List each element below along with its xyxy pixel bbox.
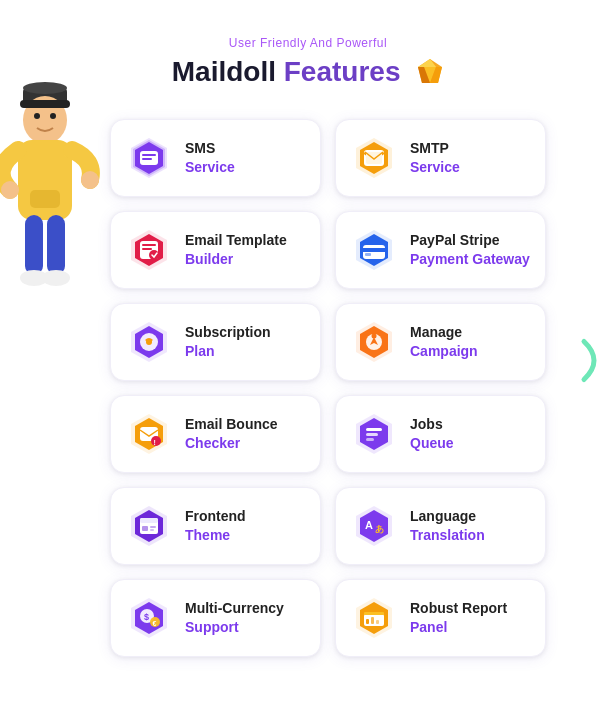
sms-service-name-colored: Service xyxy=(185,158,235,176)
header-subtitle: User Friendly And Powerful xyxy=(0,36,616,50)
email-bounce-checker-icon: ! xyxy=(125,410,173,458)
feature-card-jobs-queue[interactable]: Jobs Queue xyxy=(335,395,546,473)
right-arrow xyxy=(578,336,606,393)
feature-card-smtp-service[interactable]: SMTP Service xyxy=(335,119,546,197)
svg-rect-40 xyxy=(365,253,371,256)
jobs-queue-name-normal: Jobs xyxy=(410,415,454,433)
feature-card-language-translation[interactable]: A あ Language Translation xyxy=(335,487,546,565)
svg-rect-12 xyxy=(47,215,65,275)
multi-currency-support-icon: $ € xyxy=(125,594,173,642)
feature-card-multi-currency-support[interactable]: $ € Multi-Currency Support xyxy=(110,579,321,657)
jobs-queue-name-colored: Queue xyxy=(410,434,454,452)
frontend-theme-name-normal: Frontend xyxy=(185,507,246,525)
frontend-theme-text: Frontend Theme xyxy=(185,507,246,543)
language-translation-text: Language Translation xyxy=(410,507,485,543)
svg-rect-58 xyxy=(366,438,374,441)
svg-rect-57 xyxy=(366,433,378,436)
svg-text:!: ! xyxy=(154,438,156,445)
manage-campaign-text: Manage Campaign xyxy=(410,323,478,359)
smtp-service-icon xyxy=(350,134,398,182)
character-figure xyxy=(0,50,100,374)
smtp-service-text: SMTP Service xyxy=(410,139,460,175)
multi-currency-support-name-normal: Multi-Currency xyxy=(185,599,284,617)
sms-service-name-normal: SMS xyxy=(185,139,235,157)
svg-rect-25 xyxy=(142,158,152,160)
jobs-queue-icon xyxy=(350,410,398,458)
title-bold: Maildoll xyxy=(172,56,276,87)
svg-rect-8 xyxy=(30,190,60,208)
svg-rect-81 xyxy=(376,620,379,624)
language-translation-name-normal: Language xyxy=(410,507,485,525)
svg-point-48 xyxy=(372,333,377,338)
gem-icon xyxy=(416,57,444,91)
page-wrapper: User Friendly And Powerful Maildoll Feat… xyxy=(0,0,616,728)
email-bounce-checker-name-normal: Email Bounce xyxy=(185,415,278,433)
svg-point-5 xyxy=(34,113,40,119)
paypal-stripe-icon xyxy=(350,226,398,274)
feature-card-sms-service[interactable]: SMS Service xyxy=(110,119,321,197)
svg-point-2 xyxy=(23,82,67,94)
svg-point-14 xyxy=(42,270,70,286)
robust-report-panel-text: Robust Report Panel xyxy=(410,599,507,635)
svg-rect-64 xyxy=(150,526,156,528)
email-bounce-checker-text: Email Bounce Checker xyxy=(185,415,278,451)
jobs-queue-text: Jobs Queue xyxy=(410,415,454,451)
feature-card-manage-campaign[interactable]: Manage Campaign xyxy=(335,303,546,381)
sms-service-icon xyxy=(125,134,173,182)
subscription-plan-name-colored: Plan xyxy=(185,342,271,360)
robust-report-panel-name-normal: Robust Report xyxy=(410,599,507,617)
language-translation-icon: A あ xyxy=(350,502,398,550)
svg-text:あ: あ xyxy=(375,524,384,534)
svg-rect-79 xyxy=(366,619,369,624)
email-bounce-checker-name-colored: Checker xyxy=(185,434,278,452)
email-template-builder-name-colored: Builder xyxy=(185,250,287,268)
svg-rect-11 xyxy=(25,215,43,275)
subscription-plan-icon xyxy=(125,318,173,366)
svg-rect-33 xyxy=(142,244,156,246)
feature-card-paypal-stripe[interactable]: PayPal Stripe Payment Gateway xyxy=(335,211,546,289)
svg-rect-4 xyxy=(20,100,70,108)
svg-point-6 xyxy=(50,113,56,119)
feature-card-subscription-plan[interactable]: Subscription Plan xyxy=(110,303,321,381)
robust-report-panel-name-colored: Panel xyxy=(410,618,507,636)
svg-point-52 xyxy=(151,436,161,446)
svg-rect-80 xyxy=(371,617,374,624)
svg-text:$: $ xyxy=(144,612,149,622)
svg-point-10 xyxy=(81,171,99,189)
title-colored: Features xyxy=(284,56,401,87)
multi-currency-support-name-colored: Support xyxy=(185,618,284,636)
svg-point-9 xyxy=(1,181,19,199)
smtp-service-name-colored: Service xyxy=(410,158,460,176)
subscription-plan-text: Subscription Plan xyxy=(185,323,271,359)
multi-currency-support-text: Multi-Currency Support xyxy=(185,599,284,635)
frontend-theme-name-colored: Theme xyxy=(185,526,246,544)
svg-rect-65 xyxy=(150,529,154,531)
feature-card-robust-report-panel[interactable]: Robust Report Panel xyxy=(335,579,546,657)
language-translation-name-colored: Translation xyxy=(410,526,485,544)
manage-campaign-icon xyxy=(350,318,398,366)
svg-point-44 xyxy=(146,339,152,345)
feature-card-email-template-builder[interactable]: Email Template Builder xyxy=(110,211,321,289)
subscription-plan-name-normal: Subscription xyxy=(185,323,271,341)
paypal-stripe-name-colored: Payment Gateway xyxy=(410,250,530,268)
email-template-builder-icon xyxy=(125,226,173,274)
smtp-service-name-normal: SMTP xyxy=(410,139,460,157)
email-template-builder-text: Email Template Builder xyxy=(185,231,287,267)
feature-card-email-bounce-checker[interactable]: ! Email Bounce Checker xyxy=(110,395,321,473)
sms-service-text: SMS Service xyxy=(185,139,235,175)
paypal-stripe-text: PayPal Stripe Payment Gateway xyxy=(410,231,530,267)
feature-card-frontend-theme[interactable]: Frontend Theme xyxy=(110,487,321,565)
manage-campaign-name-normal: Manage xyxy=(410,323,478,341)
svg-text:A: A xyxy=(365,519,373,531)
svg-rect-34 xyxy=(142,248,152,250)
svg-rect-62 xyxy=(140,518,158,523)
svg-rect-63 xyxy=(142,526,148,531)
email-template-builder-name-normal: Email Template xyxy=(185,231,287,249)
svg-text:€: € xyxy=(153,619,157,626)
paypal-stripe-name-normal: PayPal Stripe xyxy=(410,231,530,249)
frontend-theme-icon xyxy=(125,502,173,550)
svg-point-35 xyxy=(149,250,159,260)
robust-report-panel-icon xyxy=(350,594,398,642)
svg-rect-39 xyxy=(363,248,385,252)
svg-rect-82 xyxy=(364,612,384,615)
